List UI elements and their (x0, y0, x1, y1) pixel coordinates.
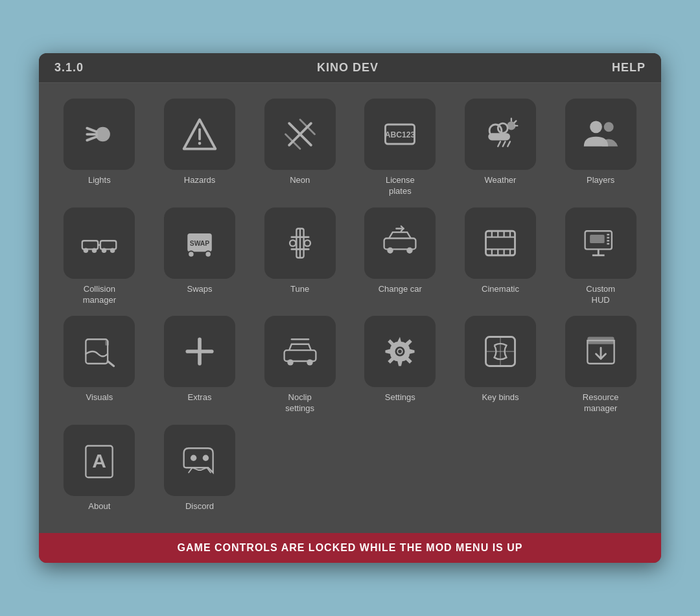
icon-box-weather (465, 99, 536, 170)
svg-point-40 (290, 240, 296, 246)
icon-box-cinematic (465, 207, 536, 279)
icon-label-about: About (88, 501, 110, 512)
svg-rect-80 (587, 337, 614, 344)
menu-item-change-car[interactable]: Change car (355, 207, 445, 306)
menu-item-hazards[interactable]: Hazards (155, 99, 245, 197)
svg-rect-70 (284, 351, 316, 362)
icon-box-key-binds (465, 316, 536, 387)
menu-item-noclip-settings[interactable]: Noclip settings (255, 316, 345, 414)
icon-label-change-car: Change car (379, 284, 422, 295)
version-label: 3.1.0 (54, 61, 84, 75)
icon-label-key-binds: Key binds (482, 392, 519, 403)
icon-label-license-plates: License plates (386, 175, 415, 197)
icon-label-settings: Settings (385, 392, 415, 403)
menu-item-cinematic[interactable]: Cinematic (456, 207, 546, 306)
svg-point-85 (203, 455, 209, 461)
icon-label-players: Players (587, 175, 614, 186)
icon-box-change-car (364, 207, 436, 279)
menu-item-tune[interactable]: Tune (255, 207, 345, 306)
icon-label-discord: Discord (185, 501, 214, 512)
menu-item-collision-manager[interactable]: Collision manager (54, 207, 145, 306)
menu-item-about[interactable]: A About (54, 425, 145, 512)
svg-point-34 (188, 251, 194, 257)
icon-box-players (565, 99, 636, 170)
footer-bar: GAME CONTROLS ARE LOCKED WHILE THE MOD M… (39, 533, 661, 563)
icon-label-tune: Tune (290, 284, 309, 295)
icon-grid: Lights Hazards Neon ABC123 License plate… (54, 99, 646, 512)
svg-line-17 (503, 141, 506, 147)
menu-item-lights[interactable]: Lights (54, 99, 145, 197)
icon-box-tune (264, 207, 336, 279)
icon-box-swaps: SWAP (164, 207, 235, 279)
icon-box-hazards (164, 99, 235, 170)
icon-label-neon: Neon (290, 175, 310, 186)
icon-label-visuals: Visuals (86, 392, 113, 403)
icon-box-collision-manager (64, 207, 135, 279)
svg-rect-25 (82, 241, 98, 249)
menu-item-license-plates[interactable]: ABC123 License plates (355, 99, 445, 197)
menu-item-weather[interactable]: Weather (456, 99, 546, 197)
icon-box-neon (264, 99, 336, 170)
svg-point-43 (388, 247, 393, 253)
icon-label-custom-hud: Custom HUD (586, 284, 615, 306)
help-button[interactable]: HELP (612, 61, 646, 75)
icon-box-settings (364, 316, 436, 387)
icon-box-resource-manager (565, 316, 636, 387)
icon-box-extras (164, 316, 235, 387)
icon-label-collision-manager: Collision manager (83, 284, 116, 306)
icon-label-lights: Lights (88, 175, 111, 186)
menu-item-neon[interactable]: Neon (255, 99, 345, 197)
svg-rect-67 (106, 341, 110, 346)
svg-rect-42 (384, 238, 416, 249)
menu-item-swaps[interactable]: SWAP Swaps (155, 207, 245, 306)
icon-box-custom-hud (565, 207, 636, 279)
menu-item-extras[interactable]: Extras (155, 316, 245, 414)
svg-line-1 (88, 128, 97, 132)
icon-box-discord (164, 425, 235, 496)
footer-message: GAME CONTROLS ARE LOCKED WHILE THE MOD M… (178, 542, 523, 553)
svg-text:ABC123: ABC123 (385, 130, 415, 139)
svg-point-29 (102, 248, 107, 253)
svg-line-16 (508, 141, 510, 147)
icon-label-noclip-settings: Noclip settings (285, 392, 314, 414)
menu-item-key-binds[interactable]: Key binds (456, 316, 546, 414)
svg-line-3 (88, 137, 97, 141)
icon-label-cinematic: Cinematic (482, 284, 519, 295)
icon-box-noclip-settings (264, 316, 336, 387)
svg-text:SWAP: SWAP (190, 239, 209, 246)
icon-box-lights (64, 99, 135, 170)
icon-label-swaps: Swaps (187, 284, 212, 295)
svg-point-14 (498, 123, 508, 133)
menu-item-players[interactable]: Players (555, 99, 646, 197)
icon-box-license-plates: ABC123 (364, 99, 436, 170)
svg-text:A: A (92, 450, 106, 471)
svg-point-41 (304, 240, 310, 246)
icon-label-resource-manager: Resource manager (583, 392, 619, 414)
svg-rect-60 (590, 235, 605, 243)
svg-point-44 (407, 247, 413, 253)
svg-point-6 (198, 142, 202, 145)
svg-point-23 (590, 121, 602, 133)
svg-rect-15 (488, 133, 510, 140)
content-area: Lights Hazards Neon ABC123 License plate… (39, 83, 661, 533)
svg-point-24 (603, 122, 613, 132)
svg-point-27 (92, 248, 97, 253)
menu-item-visuals[interactable]: Visuals (54, 316, 145, 414)
menu-item-custom-hud[interactable]: Custom HUD (555, 207, 646, 306)
menu-item-settings[interactable]: Settings (355, 316, 445, 414)
svg-line-66 (108, 361, 113, 366)
titlebar: 3.1.0 KINO DEV HELP (39, 53, 661, 83)
svg-point-35 (205, 251, 211, 257)
icon-box-about: A (64, 425, 135, 496)
icon-box-visuals (64, 316, 135, 387)
svg-point-26 (84, 248, 89, 253)
app-title: KINO DEV (317, 61, 379, 75)
icon-label-hazards: Hazards (184, 175, 215, 186)
svg-point-75 (395, 347, 405, 357)
svg-point-71 (287, 360, 293, 366)
svg-point-84 (191, 455, 196, 461)
icon-label-weather: Weather (485, 175, 517, 186)
menu-item-discord[interactable]: Discord (155, 425, 245, 512)
svg-point-72 (307, 360, 312, 366)
menu-item-resource-manager[interactable]: Resource manager (555, 316, 646, 414)
